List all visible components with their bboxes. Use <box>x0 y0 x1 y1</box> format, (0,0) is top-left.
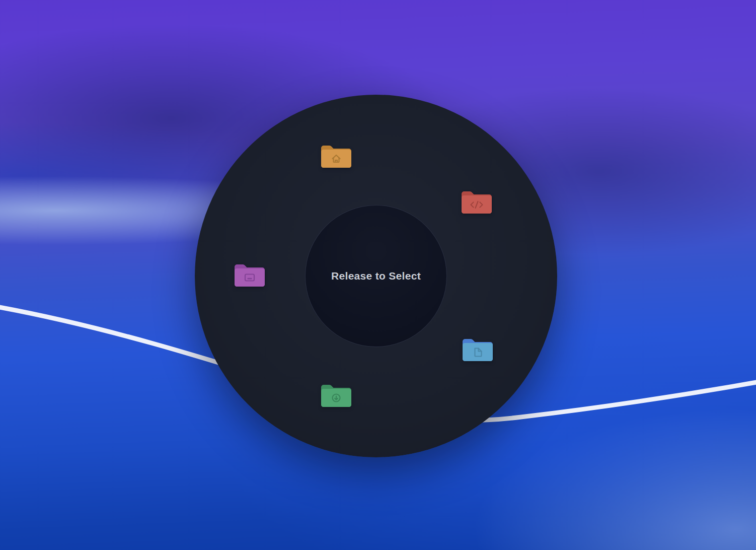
release-target-hub[interactable]: Release to Select <box>305 205 447 347</box>
folder-icon <box>233 261 266 288</box>
menu-item-desktop[interactable] <box>233 261 266 288</box>
folder-icon <box>460 188 493 215</box>
folder-front <box>463 343 493 361</box>
folder-icon <box>320 381 353 408</box>
menu-item-home[interactable] <box>320 142 353 169</box>
folder-icon <box>320 142 353 169</box>
menu-item-code[interactable] <box>460 188 493 215</box>
folder-front <box>235 268 265 287</box>
folder-front <box>321 150 351 168</box>
menu-item-downloads[interactable] <box>320 381 353 408</box>
desktop-screen: Release to Select <box>0 0 756 550</box>
folder-icon <box>461 335 494 363</box>
menu-item-documents[interactable] <box>461 335 494 363</box>
radial-menu[interactable]: Release to Select <box>195 95 557 457</box>
center-label: Release to Select <box>331 270 421 282</box>
